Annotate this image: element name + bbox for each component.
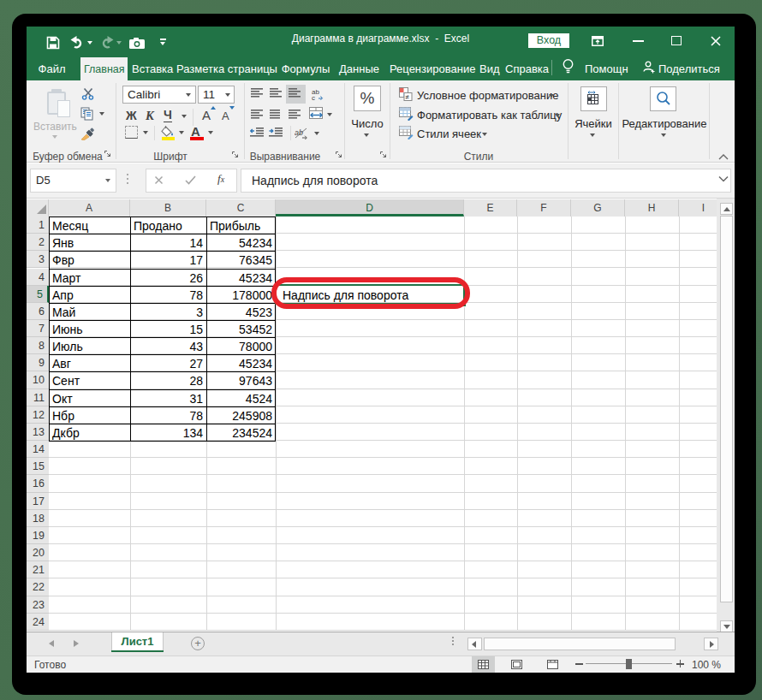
svg-text:c: c xyxy=(312,94,315,101)
svg-text:≠: ≠ xyxy=(406,93,410,101)
